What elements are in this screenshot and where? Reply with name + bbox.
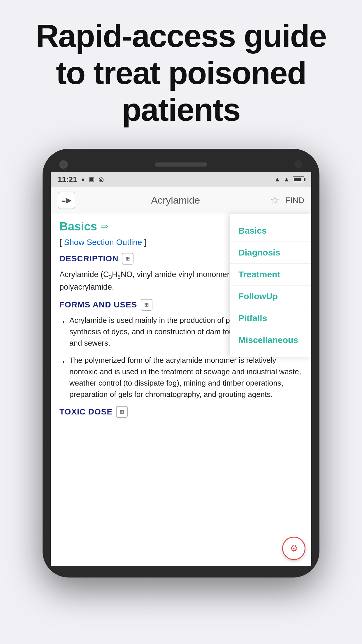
content-area: Basics ⇒ [ Show Section Outline ] DESCRI… bbox=[51, 214, 311, 424]
status-icon-3: ◎ bbox=[99, 176, 103, 183]
side-nav-menu: Basics Diagnosis Treatment FollowUp Pitf… bbox=[230, 214, 311, 357]
status-bar: 11:21 ● ▣ ◎ ▲ ▲ bbox=[51, 172, 311, 187]
menu-item-basics[interactable]: Basics bbox=[230, 220, 311, 242]
bracket-close: ] bbox=[142, 238, 147, 247]
grid3-icon: ⊞ bbox=[120, 409, 124, 415]
status-time: 11:21 bbox=[58, 175, 77, 184]
forms-uses-text: FORMS AND USES bbox=[59, 300, 137, 309]
phone-top-bar bbox=[51, 158, 311, 172]
menu-item-miscellaneous[interactable]: Miscellaneous bbox=[230, 329, 311, 351]
menu-item-diagnosis[interactable]: Diagnosis bbox=[230, 242, 311, 264]
forms-uses-icon[interactable]: ⊞ bbox=[141, 299, 152, 311]
menu-item-pitfalls[interactable]: Pitfalls bbox=[230, 307, 311, 329]
toxic-icon[interactable]: ⊞ bbox=[116, 406, 128, 418]
app-header-title: Acrylamide bbox=[81, 195, 270, 206]
bullet-dot-2: • bbox=[62, 358, 66, 400]
wifi-icon: ▲ bbox=[274, 176, 280, 183]
menu-item-treatment[interactable]: Treatment bbox=[230, 264, 311, 286]
app-header: ≡▶ Acrylamide ☆ FIND bbox=[51, 187, 311, 214]
toxic-dose-text: TOXIC DOSE bbox=[59, 407, 113, 416]
status-icon-2: ▣ bbox=[89, 176, 94, 183]
bullet-dot-1: • bbox=[62, 318, 66, 349]
status-right: ▲ ▲ bbox=[274, 176, 304, 183]
section-arrow-icon: ⇒ bbox=[101, 221, 108, 232]
section-title: Basics bbox=[59, 220, 97, 233]
find-button[interactable]: FIND bbox=[285, 196, 304, 205]
front-camera bbox=[59, 160, 68, 169]
phone-front-button bbox=[294, 160, 303, 169]
battery-icon bbox=[293, 176, 304, 182]
fab-button[interactable]: ⚙ bbox=[282, 537, 305, 560]
phone-frame: 11:21 ● ▣ ◎ ▲ ▲ ≡▶ Acrylamide bbox=[43, 149, 319, 578]
bracket-open: [ bbox=[59, 238, 64, 247]
bullet-text-2: The polymerized form of the acrylamide m… bbox=[69, 355, 303, 400]
toxic-dose-heading: TOXIC DOSE ⊞ bbox=[59, 406, 303, 418]
hero-title: Rapid-access guide to treat poisoned pat… bbox=[17, 18, 345, 128]
app-screen: 11:21 ● ▣ ◎ ▲ ▲ ≡▶ Acrylamide bbox=[51, 172, 311, 566]
show-outline-link[interactable]: Show Section Outline bbox=[64, 238, 142, 247]
app-header-actions: ☆ FIND bbox=[270, 194, 304, 206]
description-heading-text: DESCRIPTION bbox=[59, 254, 118, 263]
description-icon[interactable]: ⊞ bbox=[122, 253, 133, 265]
battery-fill bbox=[294, 178, 301, 181]
hero-section: Rapid-access guide to treat poisoned pat… bbox=[0, 0, 362, 140]
grid-icon: ⊞ bbox=[125, 256, 130, 262]
phone-speaker bbox=[155, 162, 207, 167]
logo-icon: ≡▶ bbox=[61, 196, 71, 205]
list-item: • The polymerized form of the acrylamide… bbox=[62, 355, 303, 400]
star-icon[interactable]: ☆ bbox=[270, 194, 280, 206]
status-left: 11:21 ● ▣ ◎ bbox=[58, 175, 103, 184]
phone-wrapper: 11:21 ● ▣ ◎ ▲ ▲ ≡▶ Acrylamide bbox=[0, 149, 362, 578]
app-logo: ≡▶ bbox=[58, 192, 75, 209]
menu-item-followup[interactable]: FollowUp bbox=[230, 286, 311, 307]
signal-icon: ▲ bbox=[283, 176, 290, 183]
status-icon-1: ● bbox=[81, 176, 85, 183]
fab-icon: ⚙ bbox=[290, 543, 298, 554]
grid2-icon: ⊞ bbox=[144, 302, 149, 308]
